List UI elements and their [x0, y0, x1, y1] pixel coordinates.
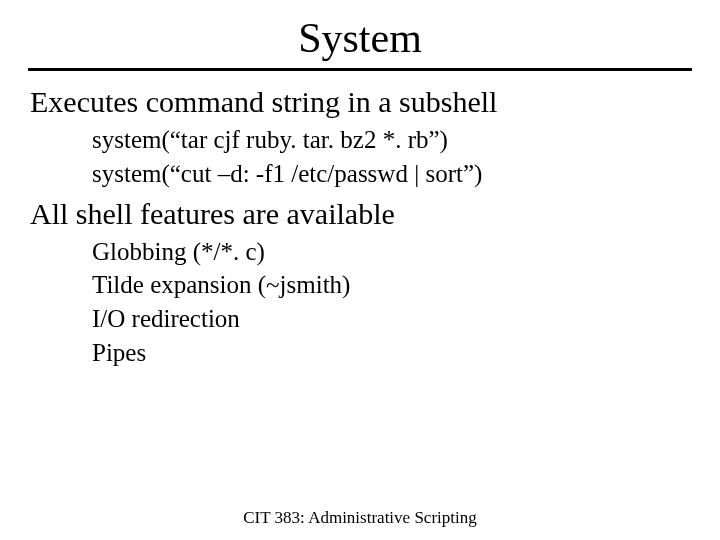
section-2-line-3: I/O redirection [92, 302, 690, 336]
slide-title: System [0, 14, 720, 62]
section-2-line-4: Pipes [92, 336, 690, 370]
section-1-heading: Executes command string in a subshell [30, 85, 690, 119]
slide: System Executes command string in a subs… [0, 14, 720, 540]
slide-footer: CIT 383: Administrative Scripting [0, 508, 720, 528]
title-divider [28, 68, 692, 71]
slide-content: Executes command string in a subshell sy… [0, 85, 720, 370]
section-2-line-1: Globbing (*/*. c) [92, 235, 690, 269]
section-1-line-1: system(“tar cjf ruby. tar. bz2 *. rb”) [92, 123, 690, 157]
section-1-line-2: system(“cut –d: -f1 /etc/passwd | sort”) [92, 157, 690, 191]
section-2-heading: All shell features are available [30, 197, 690, 231]
section-2-line-2: Tilde expansion (~jsmith) [92, 268, 690, 302]
